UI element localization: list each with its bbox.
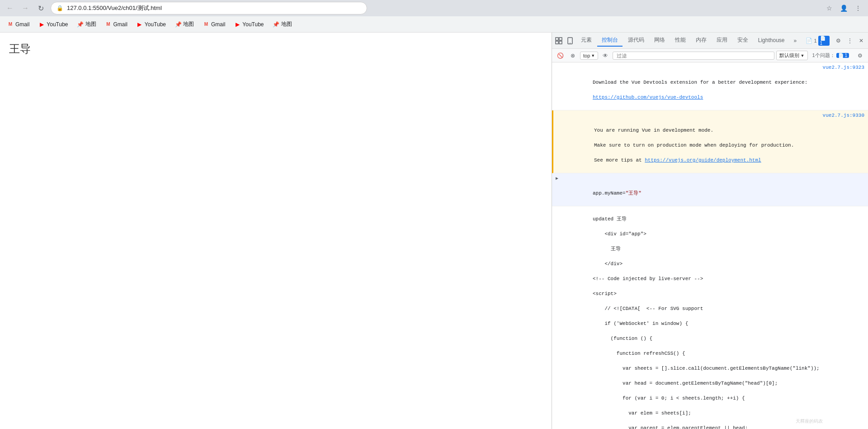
bookmarks-bar: M Gmail ▶ YouTube 📌 地图 M Gmail ▶ YouTube…: [0, 16, 868, 33]
tab-application[interactable]: 应用: [712, 34, 732, 47]
console-line-4: updated 王导 <div id="app"> 王导 </div> <!--…: [552, 206, 868, 429]
svg-rect-1: [559, 38, 562, 40]
console-level-dropdown[interactable]: 默认级别 ▼: [776, 51, 808, 60]
settings-icon[interactable]: ⋮: [852, 2, 864, 14]
reload-button[interactable]: ↻: [34, 2, 47, 14]
console-block-icon[interactable]: ⊗: [567, 50, 578, 61]
tab-sources[interactable]: 源代码: [623, 34, 649, 47]
toolbar-icons: ☆ 👤 ⋮: [823, 2, 864, 14]
bookmark-gmail-1[interactable]: M Gmail: [4, 19, 33, 29]
forward-button[interactable]: →: [19, 2, 32, 14]
maps-icon-1: 📌: [77, 21, 84, 28]
bookmark-maps-label-3: 地图: [281, 20, 292, 28]
youtube-icon-1: ▶: [38, 21, 45, 28]
issue-icon: 📄: [806, 38, 812, 44]
maps-icon-2: 📌: [175, 21, 181, 28]
devtools-settings-icon[interactable]: ⚙: [833, 35, 844, 46]
bookmark-youtube-label-3: YouTube: [242, 21, 264, 28]
gmail-icon-2: M: [105, 21, 112, 28]
line-ref-1[interactable]: vue2.7.js:9323: [823, 64, 864, 72]
main-area: 王导 元素 控制台 源代码 网络 性能 内存 应用 安全 Lighthouse: [0, 33, 868, 429]
tab-more-icon[interactable]: »: [790, 35, 801, 46]
youtube-icon-2: ▶: [137, 21, 143, 28]
console-line-2: vue2.7.js:9330 You are running Vue in de…: [552, 110, 868, 173]
console-issue-label: 1个问题：: [812, 52, 835, 59]
console-clear-icon[interactable]: 🚫: [555, 50, 566, 61]
youtube-icon-3: ▶: [234, 21, 241, 28]
bookmark-youtube-label-2: YouTube: [145, 21, 166, 28]
console-context-dropdown[interactable]: top ▼: [580, 52, 598, 60]
console-issue-count: 📄 1: [836, 53, 849, 58]
devtools-panel: 元素 控制台 源代码 网络 性能 内存 应用 安全 Lighthouse » 📄…: [552, 33, 868, 429]
devtools-more-icon[interactable]: ⋮: [844, 35, 855, 46]
back-button[interactable]: ←: [4, 2, 16, 14]
devtools-toolbar: 元素 控制台 源代码 网络 性能 内存 应用 安全 Lighthouse » 📄…: [552, 33, 868, 49]
chevron-down-icon: ▼: [591, 53, 595, 58]
expand-triangle-3[interactable]: ▶: [556, 175, 558, 182]
console-output: vue2.7.js:9323 Download the Vue Devtools…: [552, 62, 868, 429]
tab-lighthouse[interactable]: Lighthouse: [754, 35, 789, 46]
bookmark-maps-label-2: 地图: [183, 20, 194, 28]
tab-memory[interactable]: 内存: [691, 34, 711, 47]
svg-rect-0: [556, 38, 558, 40]
address-bar-container: 🔒: [51, 2, 367, 14]
bookmark-icon[interactable]: ☆: [823, 2, 835, 14]
tab-elements[interactable]: 元素: [576, 34, 596, 47]
tab-performance[interactable]: 性能: [670, 34, 690, 47]
bookmark-gmail-3[interactable]: M Gmail: [199, 19, 229, 29]
console-context-label: top: [583, 53, 590, 58]
bookmark-gmail-label-3: Gmail: [211, 21, 225, 28]
deployment-link[interactable]: https://vuejs.org/guide/deployment.html: [645, 157, 761, 163]
browser-frame: ← → ↻ 🔒 ☆ 👤 ⋮ M Gmail ▶ YouTube 📌 地图: [0, 0, 868, 429]
tab-security[interactable]: 安全: [733, 34, 753, 47]
issue-badge: 📄 1 📄 1: [803, 35, 832, 47]
page-title: 王导: [9, 42, 542, 56]
tab-console[interactable]: 控制台: [597, 34, 623, 47]
tab-network[interactable]: 网络: [650, 34, 670, 47]
bookmark-youtube-2[interactable]: ▶ YouTube: [133, 19, 170, 29]
lock-icon: 🔒: [57, 5, 63, 11]
console-filter-input[interactable]: [613, 52, 774, 60]
console-toolbar: 🚫 ⊗ top ▼ 👁 默认级别 ▼ 1个问题： 📄 1 ⚙: [552, 49, 868, 62]
console-level-label: 默认级别: [779, 52, 799, 58]
bookmark-gmail-label-1: Gmail: [15, 21, 29, 28]
svg-point-5: [570, 43, 571, 43]
console-settings-icon[interactable]: ⚙: [854, 50, 865, 61]
gmail-icon-1: M: [7, 21, 14, 28]
watermark: 天釋座的码农: [796, 418, 823, 424]
devtools-close-icon[interactable]: ✕: [856, 35, 866, 46]
console-eye-icon[interactable]: 👁: [600, 50, 611, 61]
title-bar: ← → ↻ 🔒 ☆ 👤 ⋮: [0, 0, 868, 16]
bookmark-maps-3[interactable]: 📌 地图: [269, 19, 296, 30]
address-input[interactable]: [67, 5, 361, 12]
issue-count-badge: 📄 1: [818, 36, 830, 46]
issue-count-text: 1: [814, 38, 816, 43]
line-ref-2[interactable]: vue2.7.js:9330: [823, 112, 864, 119]
gmail-icon-3: M: [203, 21, 209, 28]
svg-rect-2: [556, 41, 558, 44]
devtools-inspect-icon[interactable]: [554, 35, 564, 46]
svg-rect-3: [559, 41, 562, 44]
bookmark-youtube-1[interactable]: ▶ YouTube: [35, 19, 71, 29]
chevron-down-icon-2: ▼: [801, 53, 805, 58]
devtools-device-icon[interactable]: [565, 35, 576, 46]
console-issue-badge: 1个问题： 📄 1: [810, 51, 852, 60]
bookmark-gmail-2[interactable]: M Gmail: [102, 19, 131, 29]
profile-icon[interactable]: 👤: [837, 2, 850, 14]
bookmark-maps-2[interactable]: 📌 地图: [171, 19, 198, 30]
console-line-1: vue2.7.js:9323 Download the Vue Devtools…: [552, 62, 868, 110]
page-content: 王导: [0, 33, 552, 429]
devtools-link[interactable]: https://github.com/vuejs/vue-devtools: [593, 95, 703, 100]
window-controls: ← → ↻: [4, 2, 47, 14]
bookmark-youtube-label-1: YouTube: [47, 21, 68, 28]
maps-icon-3: 📌: [273, 21, 279, 28]
bookmark-maps-label-1: 地图: [85, 20, 96, 28]
bookmark-gmail-label-2: Gmail: [113, 21, 127, 28]
console-line-3: ▶ app.myName="王导": [552, 173, 868, 206]
bookmark-maps-1[interactable]: 📌 地图: [74, 19, 100, 30]
bookmark-youtube-3[interactable]: ▶ YouTube: [231, 19, 267, 29]
